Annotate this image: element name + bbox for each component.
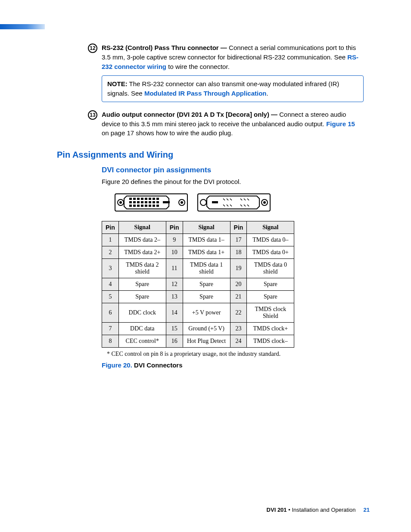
svg-rect-15 <box>137 201 140 203</box>
svg-rect-8 <box>141 198 143 200</box>
dvi-d-connector-icon <box>115 192 188 213</box>
svg-rect-12 <box>156 198 159 200</box>
pinout-table: Pin Signal Pin Signal Pin Signal 1TMDS d… <box>102 221 294 348</box>
section-heading: Pin Assignments and Wiring <box>57 150 364 160</box>
svg-point-33 <box>263 201 266 204</box>
svg-rect-9 <box>145 198 147 200</box>
th-pin: Pin <box>102 221 119 233</box>
footer-page-number: 21 <box>364 507 370 513</box>
callout-13-text-b: on page 17 shows how to wire the audio p… <box>102 129 233 137</box>
table-row: 5Spare13Spare21Spare <box>102 290 294 303</box>
page-footer: DVI 201 • Installation and Operation21 <box>267 507 370 513</box>
dvi-receptacle-icon <box>197 192 271 213</box>
callout-13: 13 Audio output connector (DVI 201 A D T… <box>88 110 364 138</box>
table-footnote: * CEC control on pin 8 is a proprietary … <box>107 350 364 358</box>
th-signal: Signal <box>118 221 166 233</box>
svg-rect-23 <box>137 205 140 207</box>
callout-12-body: RS-232 (Control) Pass Thru connector — C… <box>102 43 364 71</box>
th-signal: Signal <box>247 221 294 233</box>
table-body: 1TMDS data 2–9TMDS data 1–17TMDS data 0–… <box>102 233 294 347</box>
figure-label: Figure 20. <box>102 361 132 369</box>
callout-number-13: 13 <box>88 110 97 120</box>
link-ir-passthrough[interactable]: Modulated IR Pass Through Application <box>144 90 267 97</box>
callout-12-heading: RS-232 (Control) Pass Thru connector — <box>102 44 227 51</box>
svg-rect-22 <box>133 205 136 207</box>
svg-rect-14 <box>133 201 136 203</box>
footer-product: DVI 201 <box>267 507 287 513</box>
th-signal: Signal <box>183 221 230 233</box>
table-row: 4Spare12Spare20Spare <box>102 278 294 290</box>
svg-rect-7 <box>137 198 140 200</box>
callout-12-text-b: to wire the connector. <box>166 63 230 70</box>
svg-rect-25 <box>145 205 147 207</box>
table-row: 6DDC clock14+5 V power22TMDS clock Shiel… <box>102 303 294 322</box>
table-row: 8CEC control*16Hot Plug Detect24TMDS clo… <box>102 335 294 347</box>
svg-rect-10 <box>149 198 151 200</box>
svg-rect-16 <box>141 201 143 203</box>
note-text-b: . <box>267 90 268 97</box>
svg-rect-27 <box>153 205 155 207</box>
callout-12: 12 RS-232 (Control) Pass Thru connector … <box>88 43 364 102</box>
svg-rect-6 <box>133 198 136 200</box>
table-row: 7DDC data15Ground (+5 V)23TMDS clock+ <box>102 322 294 335</box>
figure-text: DVI Connectors <box>132 361 183 369</box>
svg-rect-19 <box>153 201 155 203</box>
th-pin: Pin <box>166 221 183 233</box>
svg-point-4 <box>181 201 183 204</box>
callout-13-heading: Audio output connector (DVI 201 A D Tx [… <box>102 111 277 118</box>
callout-13-body: Audio output connector (DVI 201 A D Tx [… <box>102 110 364 138</box>
subsection-heading: DVI connector pin assignments <box>102 166 364 174</box>
svg-point-2 <box>119 201 122 204</box>
note-box: NOTE: The RS-232 connector can also tran… <box>102 75 364 102</box>
svg-rect-5 <box>129 198 132 200</box>
page-content: 12 RS-232 (Control) Pass Thru connector … <box>88 43 364 369</box>
svg-rect-34 <box>212 201 218 203</box>
footer-section: Installation and Operation <box>292 507 355 513</box>
svg-rect-20 <box>156 201 159 203</box>
figure-caption: Figure 20. DVI Connectors <box>102 361 364 369</box>
svg-rect-17 <box>145 201 147 203</box>
link-figure-15[interactable]: Figure 15 <box>326 120 355 128</box>
table-row: 2TMDS data 2+10TMDS data 1+18TMDS data 0… <box>102 246 294 258</box>
svg-rect-29 <box>163 201 170 203</box>
table-row: 1TMDS data 2–9TMDS data 1–17TMDS data 0– <box>102 233 294 246</box>
th-pin: Pin <box>230 221 247 233</box>
callout-number-12: 12 <box>88 44 97 53</box>
svg-rect-21 <box>129 205 132 207</box>
svg-point-31 <box>200 199 206 205</box>
header-accent-bar <box>0 24 45 29</box>
intro-text: Figure 20 defines the pinout for the DVI… <box>102 177 364 187</box>
table-header-row: Pin Signal Pin Signal Pin Signal <box>102 221 294 233</box>
svg-rect-13 <box>129 201 132 203</box>
table-row: 3TMDS data 2 shield11TMDS data 1 shield1… <box>102 258 294 278</box>
connector-diagrams <box>115 192 364 213</box>
svg-rect-24 <box>141 205 143 207</box>
svg-rect-11 <box>153 198 155 200</box>
svg-rect-28 <box>156 205 159 207</box>
note-label: NOTE: <box>107 80 128 87</box>
svg-rect-18 <box>149 201 151 203</box>
svg-rect-26 <box>149 205 151 207</box>
footer-bullet: • <box>287 507 292 513</box>
